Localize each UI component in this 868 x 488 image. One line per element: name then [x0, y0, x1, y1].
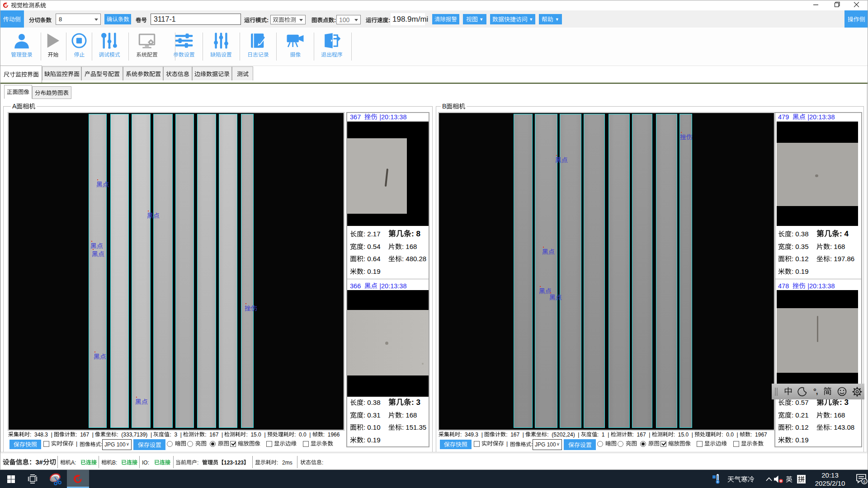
- svg-text:6: 6: [863, 479, 865, 484]
